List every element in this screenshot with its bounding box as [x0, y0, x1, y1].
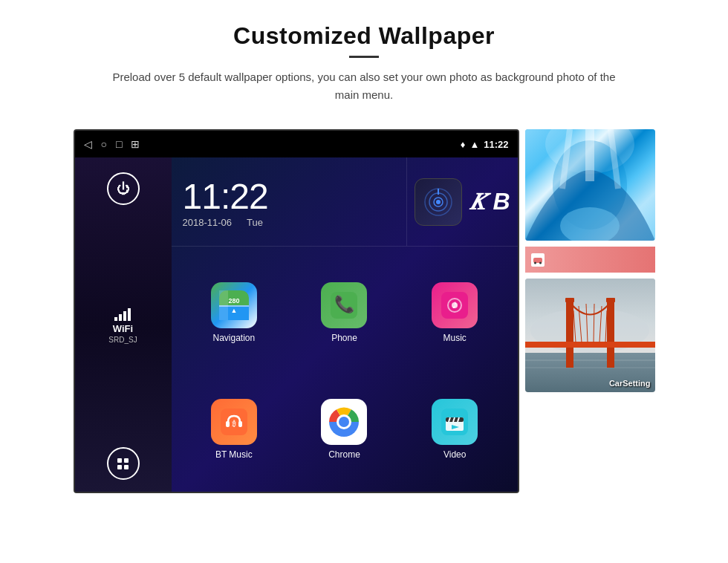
svg-text:₿: ₿	[231, 420, 235, 428]
ki-app-icon[interactable]: 𝐾	[469, 188, 485, 215]
svg-rect-44	[525, 342, 655, 348]
screenshot-icon[interactable]: ⊞	[131, 138, 140, 150]
chrome-icon-svg	[328, 406, 360, 438]
app-item-navigation[interactable]: 280 ▲ Navigation	[179, 254, 290, 371]
status-bar: ◁ ○ □ ⊞ ♦ ▲ 11:22	[75, 131, 518, 157]
svg-point-3	[436, 200, 441, 204]
status-time: 11:22	[484, 139, 508, 150]
chrome-app-icon-container	[321, 399, 367, 445]
app-label-btmusic: BT Music	[215, 449, 253, 460]
app-label-navigation: Navigation	[212, 333, 255, 343]
svg-rect-18	[226, 421, 230, 427]
top-icons: 𝐾 B	[407, 157, 517, 246]
wifi-bar-4	[128, 308, 131, 321]
grid-dot-1	[117, 458, 122, 463]
svg-rect-8	[219, 290, 228, 320]
android-screen: ◁ ○ □ ⊞ ♦ ▲ 11:22 ⏻	[74, 129, 519, 493]
svg-rect-43	[607, 301, 614, 368]
svg-rect-52	[606, 298, 615, 302]
app-label-music: Music	[443, 333, 466, 343]
title-divider	[349, 56, 379, 58]
app-item-music[interactable]: ♪ Music	[400, 254, 510, 371]
grid-dots	[117, 458, 129, 469]
music-icon: ♪	[432, 282, 478, 328]
car-banner	[525, 247, 655, 273]
top-row: 11:22 2018-11-06 Tue	[172, 157, 518, 247]
grid-dot-4	[124, 465, 129, 469]
svg-point-35	[534, 261, 536, 264]
android-main: ⏻ WiFi SRD_SJ	[75, 157, 518, 493]
bluetooth-icon: ₿	[211, 399, 257, 445]
app-item-btmusic[interactable]: ₿ BT Music	[179, 371, 290, 487]
radio-app-icon[interactable]	[415, 178, 462, 226]
carsetting-label: CarSetting	[609, 379, 651, 388]
svg-point-23	[339, 417, 349, 427]
wallpaper-golden-gate[interactable]: CarSetting	[525, 279, 655, 392]
video-icon	[432, 399, 478, 445]
app-item-phone[interactable]: 📞 Phone	[289, 254, 400, 371]
power-button[interactable]: ⏻	[107, 172, 140, 205]
svg-text:280: 280	[228, 297, 239, 305]
center-content: 11:22 2018-11-06 Tue	[172, 157, 518, 493]
app-grid: 280 ▲ Navigation 📞	[172, 247, 518, 493]
home-icon[interactable]: ○	[101, 138, 107, 150]
svg-rect-42	[566, 301, 573, 368]
app-label-chrome: Chrome	[328, 449, 360, 460]
grid-dot-3	[117, 465, 122, 469]
app-item-chrome[interactable]: Chrome	[289, 371, 400, 487]
svg-text:📞: 📞	[334, 294, 355, 314]
svg-text:♪: ♪	[452, 298, 458, 310]
radio-svg	[423, 187, 453, 217]
back-icon[interactable]: ◁	[84, 138, 92, 150]
ice-cave-svg	[525, 129, 655, 241]
grid-dot-2	[124, 458, 129, 463]
wifi-label: WiFi	[108, 323, 137, 334]
date-value: 2018-11-06	[183, 217, 233, 228]
wallpaper-panel: CarSetting	[525, 129, 655, 493]
clock-time: 11:22	[183, 176, 268, 217]
b-app-icon[interactable]: B	[493, 188, 510, 215]
content-area: ◁ ○ □ ⊞ ♦ ▲ 11:22 ⏻	[45, 129, 683, 493]
wifi-bar-1	[114, 317, 117, 321]
wifi-info: WiFi SRD_SJ	[108, 308, 137, 344]
status-nav-icons: ◁ ○ □ ⊞	[84, 138, 140, 150]
wifi-bar-2	[119, 314, 122, 321]
svg-point-36	[539, 261, 542, 264]
wifi-bar-3	[123, 311, 126, 321]
golden-gate-bg: CarSetting	[525, 279, 655, 392]
page-subtitle: Preload over 5 default wallpaper options…	[111, 68, 617, 104]
app-item-video[interactable]: Video	[400, 371, 510, 487]
wifi-network: SRD_SJ	[108, 336, 137, 344]
bridge-svg	[525, 279, 655, 392]
ice-cave-bg	[525, 129, 655, 241]
app-label-phone: Phone	[331, 333, 357, 343]
svg-rect-51	[565, 298, 574, 302]
recents-icon[interactable]: □	[116, 138, 122, 150]
title-section: Customized Wallpaper Preload over 5 defa…	[111, 22, 617, 104]
clock-section: 11:22 2018-11-06 Tue	[172, 157, 408, 246]
day-value: Tue	[247, 217, 263, 228]
navigation-icon: 280 ▲	[211, 282, 257, 328]
svg-text:▲: ▲	[230, 307, 237, 314]
clock-date: 2018-11-06 Tue	[183, 217, 263, 228]
wallpaper-ice-cave[interactable]	[525, 129, 655, 241]
page-title: Customized Wallpaper	[111, 22, 617, 50]
car-icon-small	[531, 253, 545, 267]
wifi-signal-icon: ▲	[469, 139, 479, 150]
wifi-bars	[108, 308, 137, 321]
apps-grid-button[interactable]	[107, 447, 140, 480]
app-label-video: Video	[443, 449, 466, 460]
svg-rect-19	[238, 421, 242, 427]
phone-icon: 📞	[321, 282, 367, 328]
left-sidebar: ⏻ WiFi SRD_SJ	[75, 157, 172, 493]
status-right: ♦ ▲ 11:22	[461, 139, 509, 150]
page-wrapper: Customized Wallpaper Preload over 5 defa…	[0, 0, 728, 563]
location-icon: ♦	[461, 139, 466, 150]
power-icon: ⏻	[117, 181, 130, 197]
